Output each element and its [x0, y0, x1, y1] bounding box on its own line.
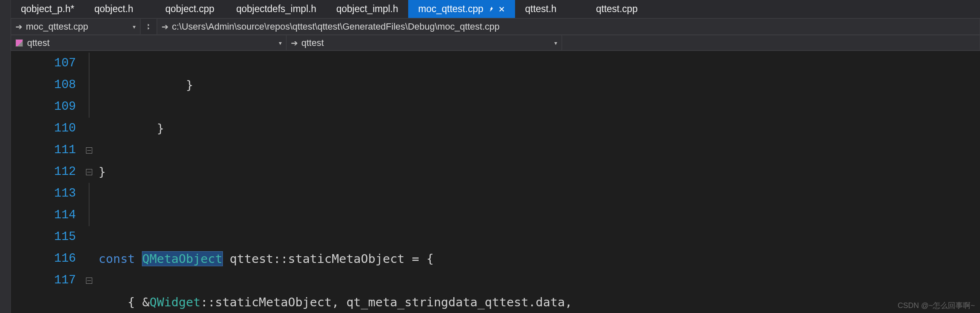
left-gutter-strip — [0, 0, 11, 313]
tab-qobjectdefs-impl-h[interactable]: qobjectdefs_impl.h — [226, 0, 326, 18]
fold-toggle[interactable] — [86, 270, 99, 291]
code-line: { &QWidget::staticMetaObject, qt_meta_st… — [99, 291, 980, 313]
nav-history-buttons[interactable] — [140, 18, 157, 35]
line-number: 108 — [11, 74, 76, 96]
nav-path-label: c:\Users\Admin\source\repos\qttest\qttes… — [172, 21, 500, 32]
code-line: const QMetaObject qttest::staticMetaObje… — [99, 248, 980, 270]
pin-icon[interactable] — [487, 6, 494, 13]
tab-qttest-h[interactable]: qttest.h — [515, 0, 586, 18]
code-line — [99, 204, 980, 226]
code-line: } — [99, 118, 980, 139]
watermark: CSDN @~怎么回事啊~ — [898, 300, 975, 310]
line-number: 110 — [11, 118, 76, 139]
chevron-down-icon: ▾ — [279, 40, 282, 46]
tab-label: qobjectdefs_impl.h — [236, 3, 316, 15]
line-number: 116 — [11, 248, 76, 270]
tab-label: qttest.h — [525, 3, 576, 15]
scopebar: qttest ▾ ➔ qttest ▾ — [11, 35, 980, 51]
chevron-down-icon: ▾ — [133, 23, 136, 30]
tab-qttest-cpp[interactable]: qttest.cpp — [586, 0, 648, 18]
folding-column — [86, 51, 99, 313]
nav-file-dropdown[interactable]: ➔ moc_qttest.cpp ▾ — [11, 18, 140, 35]
tab-qobject-cpp[interactable]: qobject.cpp — [155, 0, 226, 18]
project-icon — [15, 39, 23, 47]
nav-file-label: moc_qttest.cpp — [26, 21, 88, 32]
chevron-down-icon: ▾ — [554, 40, 557, 46]
scope-project-dropdown[interactable]: qttest ▾ — [11, 35, 286, 50]
tab-label: qttest.cpp — [596, 3, 638, 15]
close-icon[interactable] — [498, 6, 505, 13]
scope-empty[interactable] — [562, 35, 980, 50]
code-editor[interactable]: 107 108 109 110 111 112 113 114 115 116 … — [11, 51, 980, 313]
line-number-gutter: 107 108 109 110 111 112 113 114 115 116 … — [11, 51, 86, 313]
code-area[interactable]: } } } const QMetaObject qttest::staticMe… — [99, 51, 980, 313]
line-number: 112 — [11, 161, 76, 183]
fold-toggle[interactable] — [86, 139, 99, 161]
scope-member-label: qttest — [301, 38, 324, 48]
navbar: ➔ moc_qttest.cpp ▾ ➔ c:\Users\Admin\sour… — [11, 18, 980, 35]
scope-member-dropdown[interactable]: ➔ qttest ▾ — [286, 35, 562, 50]
nav-full-path[interactable]: ➔ c:\Users\Admin\source\repos\qttest\qtt… — [157, 18, 980, 35]
code-line: } — [99, 161, 980, 183]
tab-label: qobject_p.h* — [21, 3, 74, 15]
selected-identifier: QMetaObject — [142, 252, 222, 266]
scope-project-label: qttest — [27, 38, 50, 48]
tab-label: moc_qttest.cpp — [418, 3, 483, 15]
tab-qobject-p-h[interactable]: qobject_p.h* — [11, 0, 84, 18]
line-number: 117 — [11, 270, 76, 291]
arrow-right-icon: ➔ — [291, 38, 298, 48]
code-line: } — [99, 74, 980, 96]
line-number: 107 — [11, 53, 76, 74]
tab-qobject-h[interactable]: qobject.h — [84, 0, 155, 18]
tab-strip: qobject_p.h* qobject.h qobject.cpp qobje… — [11, 0, 980, 18]
tab-label: qobject.cpp — [165, 3, 216, 15]
line-number: 113 — [11, 183, 76, 204]
arrow-right-icon: ➔ — [162, 22, 169, 32]
tab-moc-qttest-cpp[interactable]: moc_qttest.cpp — [408, 0, 515, 18]
arrow-right-icon: ➔ — [15, 22, 23, 32]
tab-qobject-impl-h[interactable]: qobject_impl.h — [326, 0, 408, 18]
line-number: 111 — [11, 139, 76, 161]
fold-toggle[interactable] — [86, 161, 99, 183]
line-number: 115 — [11, 226, 76, 248]
line-number: 109 — [11, 96, 76, 118]
line-number: 114 — [11, 204, 76, 226]
tab-label: qobject.h — [94, 3, 145, 15]
tab-label: qobject_impl.h — [336, 3, 398, 15]
